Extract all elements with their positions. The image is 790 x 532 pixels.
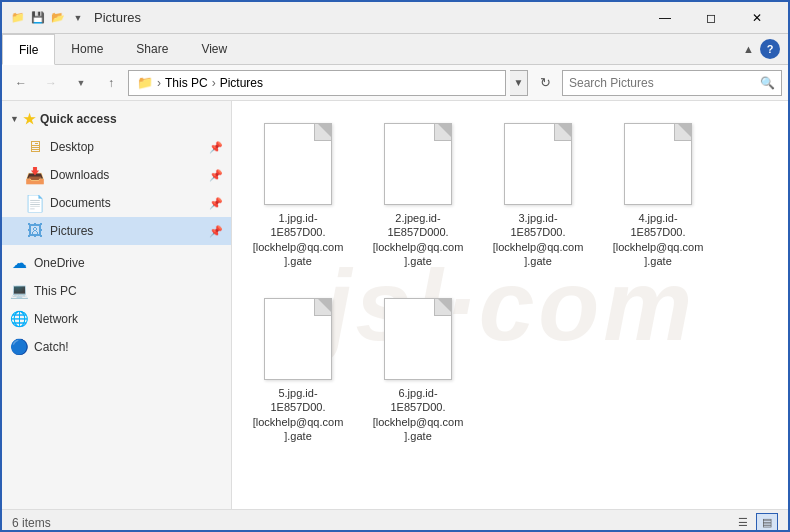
chevron-icon: ▼ [10, 114, 19, 124]
file-page-1 [264, 123, 332, 205]
path-pictures[interactable]: Pictures [220, 76, 263, 90]
tab-file[interactable]: File [2, 34, 55, 65]
status-bar: 6 items ☰ ▤ [2, 509, 788, 532]
sidebar-item-pictures[interactable]: 🖼 Pictures 📌 [2, 217, 231, 245]
address-bar: ← → ▼ ↑ 📁 › This PC › Pictures ▼ ↻ 🔍 [2, 65, 788, 101]
sidebar-item-onedrive[interactable]: ☁ OneDrive [2, 249, 231, 277]
pin-icon-pictures: 📌 [209, 225, 223, 238]
refresh-button[interactable]: ↻ [532, 70, 558, 96]
files-grid: 1.jpg.id-1E857D00.[lockhelp@qq.com].gate… [232, 101, 788, 463]
file-corner-3 [558, 124, 572, 138]
downloads-folder-icon: 📥 [26, 166, 44, 184]
sidebar-pictures-label: Pictures [50, 224, 203, 238]
quick-access-label: Quick access [40, 112, 223, 126]
file-icon-1 [260, 121, 336, 207]
minimize-button[interactable]: — [642, 2, 688, 34]
sidebar: ▼ ★ Quick access 🖥 Desktop 📌 📥 Downloads… [2, 101, 232, 509]
expand-ribbon-icon[interactable]: ▲ [743, 43, 754, 55]
large-icons-view-button[interactable]: ▤ [756, 513, 778, 533]
sidebar-network-label: Network [34, 312, 223, 326]
file-page-3 [504, 123, 572, 205]
catch-icon: 🔵 [10, 338, 28, 356]
sidebar-item-catch[interactable]: 🔵 Catch! [2, 333, 231, 361]
path-dropdown-button[interactable]: ▼ [510, 70, 528, 96]
maximize-button[interactable]: ◻ [688, 2, 734, 34]
sidebar-desktop-label: Desktop [50, 140, 203, 154]
file-icon-6 [380, 296, 456, 382]
file-label-3: 3.jpg.id-1E857D00.[lockhelp@qq.com].gate [492, 211, 584, 268]
search-icon[interactable]: 🔍 [760, 76, 775, 90]
network-icon: 🌐 [10, 310, 28, 328]
desktop-folder-icon: 🖥 [26, 138, 44, 156]
dropdown-arrow-icon[interactable]: ▼ [70, 10, 86, 26]
file-item-3[interactable]: 3.jpg.id-1E857D00.[lockhelp@qq.com].gate [488, 117, 588, 272]
main-layout: ▼ ★ Quick access 🖥 Desktop 📌 📥 Downloads… [2, 101, 788, 509]
file-item-1[interactable]: 1.jpg.id-1E857D00.[lockhelp@qq.com].gate [248, 117, 348, 272]
tab-view[interactable]: View [185, 34, 244, 64]
sidebar-downloads-label: Downloads [50, 168, 203, 182]
back-button[interactable]: ← [8, 70, 34, 96]
path-arrow-separator: › [212, 76, 216, 90]
close-button[interactable]: ✕ [734, 2, 780, 34]
file-label-6: 6.jpg.id-1E857D00.[lockhelp@qq.com].gate [372, 386, 464, 443]
view-buttons: ☰ ▤ [732, 513, 778, 533]
file-item-6[interactable]: 6.jpg.id-1E857D00.[lockhelp@qq.com].gate [368, 292, 468, 447]
sidebar-documents-label: Documents [50, 196, 203, 210]
file-corner-1 [318, 124, 332, 138]
item-count: 6 items [12, 516, 51, 530]
file-item-4[interactable]: 4.jpg.id-1E857D00.[lockhelp@qq.com].gate [608, 117, 708, 272]
file-label-4: 4.jpg.id-1E857D00.[lockhelp@qq.com].gate [612, 211, 704, 268]
folder-icon-small: 📁 [10, 10, 26, 26]
tab-share[interactable]: Share [120, 34, 185, 64]
file-label-2: 2.jpeg.id-1E857D000.[lockhelp@qq.com].ga… [372, 211, 464, 268]
path-separator-1: › [157, 76, 161, 90]
ribbon-tabs: File Home Share View ▲ ? [2, 34, 788, 64]
sidebar-item-documents[interactable]: 📄 Documents 📌 [2, 189, 231, 217]
open-icon-small: 📂 [50, 10, 66, 26]
file-icon-3 [500, 121, 576, 207]
title-bar: 📁 💾 📂 ▼ Pictures — ◻ ✕ [2, 2, 788, 34]
file-page-5 [264, 298, 332, 380]
sidebar-quick-access-header[interactable]: ▼ ★ Quick access [2, 105, 231, 133]
file-icon-5 [260, 296, 336, 382]
file-corner-6 [438, 299, 452, 313]
up-button[interactable]: ↑ [98, 70, 124, 96]
dropdown-nav-button[interactable]: ▼ [68, 70, 94, 96]
address-path[interactable]: 📁 › This PC › Pictures [128, 70, 506, 96]
this-pc-icon: 💻 [10, 282, 28, 300]
file-item-2[interactable]: 2.jpeg.id-1E857D000.[lockhelp@qq.com].ga… [368, 117, 468, 272]
file-corner-5 [318, 299, 332, 313]
file-page-4 [624, 123, 692, 205]
star-icon: ★ [23, 111, 36, 127]
help-button[interactable]: ? [760, 39, 780, 59]
sidebar-item-this-pc[interactable]: 💻 This PC [2, 277, 231, 305]
forward-button[interactable]: → [38, 70, 64, 96]
save-icon-small: 💾 [30, 10, 46, 26]
documents-folder-icon: 📄 [26, 194, 44, 212]
sidebar-item-downloads[interactable]: 📥 Downloads 📌 [2, 161, 231, 189]
file-corner-4 [678, 124, 692, 138]
file-icon-4 [620, 121, 696, 207]
file-icon-2 [380, 121, 456, 207]
ribbon: File Home Share View ▲ ? [2, 34, 788, 65]
path-folder-icon: 📁 [137, 75, 153, 90]
sidebar-item-network[interactable]: 🌐 Network [2, 305, 231, 333]
tab-home[interactable]: Home [55, 34, 120, 64]
file-item-5[interactable]: 5.jpg.id-1E857D00.[lockhelp@qq.com].gate [248, 292, 348, 447]
file-corner-2 [438, 124, 452, 138]
title-bar-icons: 📁 💾 📂 ▼ [10, 10, 86, 26]
file-page-2 [384, 123, 452, 205]
pin-icon-desktop: 📌 [209, 141, 223, 154]
window-title: Pictures [94, 10, 642, 25]
onedrive-icon: ☁ [10, 254, 28, 272]
file-page-6 [384, 298, 452, 380]
path-this-pc[interactable]: This PC [165, 76, 208, 90]
pin-icon-downloads: 📌 [209, 169, 223, 182]
sidebar-item-desktop[interactable]: 🖥 Desktop 📌 [2, 133, 231, 161]
search-box[interactable]: 🔍 [562, 70, 782, 96]
search-input[interactable] [569, 76, 760, 90]
list-view-button[interactable]: ☰ [732, 513, 754, 533]
sidebar-onedrive-label: OneDrive [34, 256, 223, 270]
sidebar-catch-label: Catch! [34, 340, 223, 354]
file-label-1: 1.jpg.id-1E857D00.[lockhelp@qq.com].gate [252, 211, 344, 268]
